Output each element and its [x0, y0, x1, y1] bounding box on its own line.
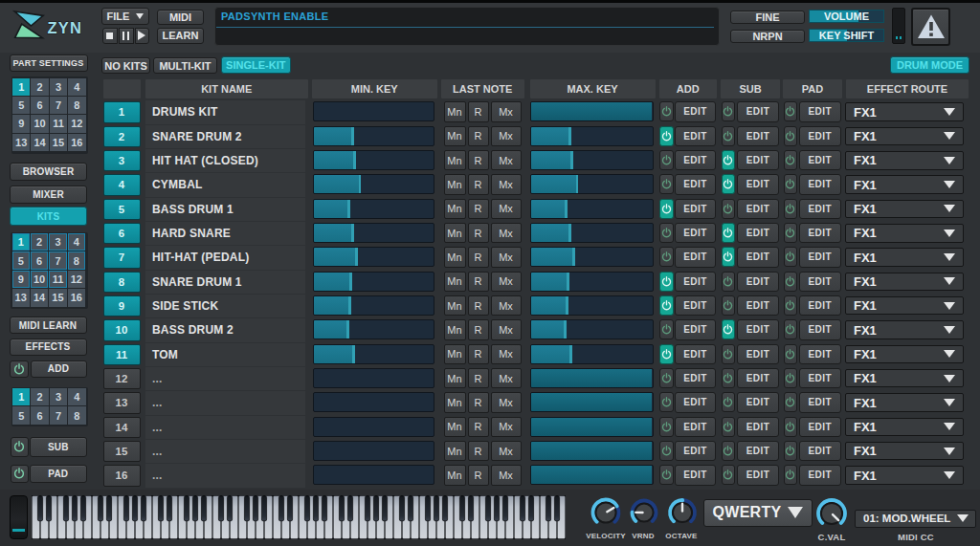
- svg-text:ZYN: ZYN: [48, 19, 83, 36]
